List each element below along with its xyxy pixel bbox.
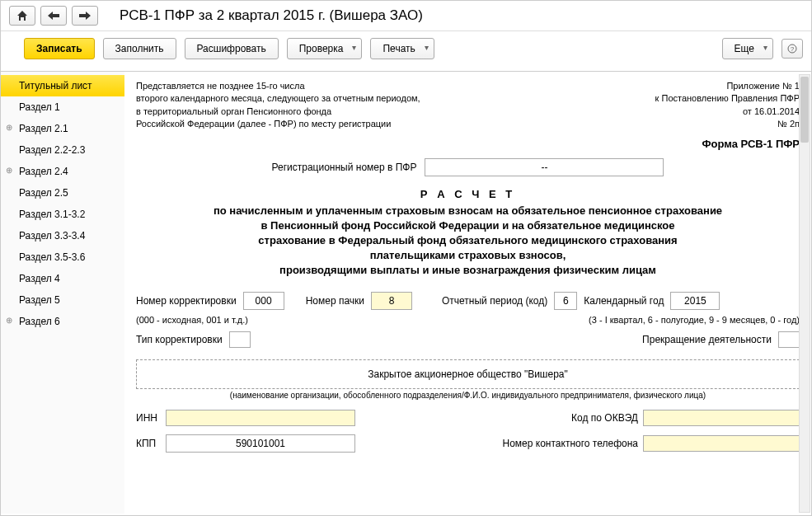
sidebar-item-1[interactable]: Раздел 1 [1, 96, 124, 118]
year-field[interactable]: 2015 [670, 292, 720, 310]
document-content: Представляется не позднее 15-го числа вт… [124, 72, 811, 514]
sidebar: Титульный листРаздел 1Раздел 2.1Раздел 2… [1, 72, 124, 514]
sidebar-item-5[interactable]: Раздел 2.5 [1, 182, 124, 204]
calc-heading: Р А С Ч Е Т [136, 188, 800, 200]
phone-label: Номер контактного телефона [503, 438, 638, 449]
more-button[interactable]: Еще [722, 38, 773, 59]
sidebar-item-8[interactable]: Раздел 3.5-3.6 [1, 246, 124, 268]
corr-num-field[interactable]: 000 [243, 292, 284, 310]
pack-field[interactable]: 8 [371, 292, 412, 310]
period-hint: (3 - I квартал, 6 - полугодие, 9 - 9 мес… [589, 315, 800, 325]
home-button[interactable] [9, 6, 35, 26]
toolbar: Записать Заполнить Расшифровать Проверка… [1, 31, 811, 72]
appendix-info: Приложение № 1 к Постановлению Правления… [655, 80, 800, 131]
help-button[interactable]: ? [781, 39, 803, 59]
top-bar: РСВ-1 ПФР за 2 квартал 2015 г. (Вишера З… [1, 1, 811, 31]
forward-button[interactable] [72, 6, 98, 26]
submission-info: Представляется не позднее 15-го числа вт… [136, 80, 420, 131]
corr-type-field[interactable] [229, 331, 251, 348]
sidebar-item-11[interactable]: Раздел 6 [1, 311, 124, 332]
sidebar-item-7[interactable]: Раздел 3.3-3.4 [1, 225, 124, 246]
sidebar-item-9[interactable]: Раздел 4 [1, 268, 124, 289]
sidebar-item-2[interactable]: Раздел 2.1 [1, 118, 124, 139]
sidebar-item-4[interactable]: Раздел 2.4 [1, 161, 124, 182]
sidebar-item-6[interactable]: Раздел 3.1-3.2 [1, 204, 124, 225]
reg-number-field[interactable]: -- [425, 158, 664, 176]
save-button[interactable]: Записать [24, 38, 95, 59]
kpp-label: КПП [136, 438, 161, 449]
back-button[interactable] [40, 6, 67, 26]
page-title: РСВ-1 ПФР за 2 квартал 2015 г. (Вишера З… [103, 7, 423, 24]
phone-field[interactable] [643, 435, 800, 452]
decode-button[interactable]: Расшифровать [185, 38, 279, 59]
cease-field[interactable] [778, 331, 800, 348]
okved-label: Код по ОКВЭД [571, 412, 638, 424]
svg-text:?: ? [791, 45, 795, 53]
pack-label: Номер пачки [306, 295, 364, 307]
inn-label: ИНН [136, 412, 161, 424]
sidebar-item-10[interactable]: Раздел 5 [1, 289, 124, 311]
sidebar-item-3[interactable]: Раздел 2.2-2.3 [1, 139, 124, 161]
year-label: Календарный год [584, 295, 664, 307]
period-field[interactable]: 6 [554, 292, 577, 310]
okved-field[interactable] [643, 410, 800, 426]
fill-button[interactable]: Заполнить [103, 38, 176, 59]
org-hint: (наименование организации, обособленного… [136, 391, 800, 400]
corr-num-label: Номер корректировки [136, 295, 237, 307]
corr-type-label: Тип корректировки [136, 334, 223, 345]
vertical-scrollbar[interactable] [799, 74, 810, 513]
form-code: Форма РСВ-1 ПФР [136, 138, 800, 150]
check-button[interactable]: Проверка [287, 38, 363, 59]
org-name-field[interactable]: Закрытое акционерное общество "Вишера" [136, 359, 800, 389]
reg-number-label: Регистрационный номер в ПФР [272, 162, 417, 173]
print-button[interactable]: Печать [370, 38, 434, 59]
cease-label: Прекращение деятельности [642, 334, 772, 345]
corr-hint: (000 - исходная, 001 и т.д.) [136, 315, 248, 325]
kpp-field[interactable]: 590101001 [166, 434, 355, 453]
calc-description: по начисленным и уплаченным страховым вз… [136, 204, 800, 279]
inn-field[interactable] [166, 410, 355, 426]
sidebar-item-0[interactable]: Титульный лист [1, 75, 124, 96]
period-label: Отчетный период (код) [442, 295, 547, 307]
